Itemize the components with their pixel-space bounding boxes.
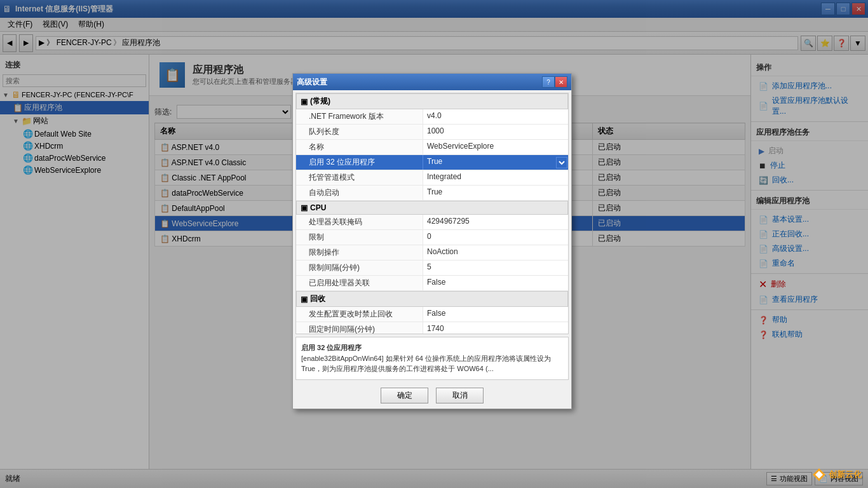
prop-value: False <box>423 276 568 290</box>
modal-title: 高级设置 <box>297 77 542 88</box>
cpu-collapse-icon: ▣ <box>301 203 308 212</box>
prop-dotnet-version[interactable]: .NET Framework 版本 v4.0 <box>296 109 568 125</box>
group-recycle-label: 回收 <box>310 294 325 304</box>
prop-value: WebServiceExplore <box>423 140 568 154</box>
prop-cpu-interval[interactable]: 限制间隔(分钟) 5 <box>296 261 568 276</box>
prop-pipeline[interactable]: 托管管道模式 Integrated <box>296 170 568 186</box>
prop-name: 托管管道模式 <box>296 170 423 185</box>
prop-cpu-action[interactable]: 限制操作 NoAction <box>296 245 568 261</box>
group-general[interactable]: ▣ (常规) <box>296 93 568 109</box>
modal-titlebar: 高级设置 ? ✕ <box>293 74 571 90</box>
desc-text: [enable32BitAppOnWin64] 如果针对 64 位操作系统上的应… <box>301 355 551 373</box>
prop-name: 队列长度 <box>296 125 423 139</box>
prop-name: 处理器关联掩码 <box>296 215 423 229</box>
prop-enable32bit[interactable]: 启用 32 位应用程序 True True False <box>296 155 568 170</box>
prop-name: 限制 <box>296 230 423 245</box>
prop-name-row[interactable]: 名称 WebServiceExplore <box>296 140 568 155</box>
prop-name: 已启用处理器关联 <box>296 276 423 290</box>
collapse-icon: ▣ <box>301 97 308 106</box>
cancel-button[interactable]: 取消 <box>436 388 484 403</box>
prop-value: True <box>423 186 568 200</box>
prop-cpu-limit[interactable]: 限制 0 <box>296 230 568 245</box>
group-cpu-label: CPU <box>310 203 326 212</box>
prop-name: 限制操作 <box>296 245 423 260</box>
modal-description: 启用 32 位应用程序 [enable32BitAppOnWin64] 如果针对… <box>295 337 569 380</box>
prop-autostart[interactable]: 自动启动 True <box>296 186 568 201</box>
prop-name: 限制间隔(分钟) <box>296 261 423 275</box>
group-recycle[interactable]: ▣ 回收 <box>296 291 568 307</box>
modal-body: ▣ (常规) .NET Framework 版本 v4.0 队列长度 1000 … <box>295 93 569 334</box>
prop-name: 发生配置更改时禁止回收 <box>296 307 423 322</box>
prop-no-recycle-on-config[interactable]: 发生配置更改时禁止回收 False <box>296 307 568 322</box>
prop-queue-length[interactable]: 队列长度 1000 <box>296 125 568 140</box>
prop-fixed-interval[interactable]: 固定时间间隔(分钟) 1740 <box>296 322 568 334</box>
advanced-settings-dialog: 高级设置 ? ✕ ▣ (常规) .NET Framework 版本 v4.0 队… <box>292 73 572 409</box>
prop-value: v4.0 <box>423 109 568 124</box>
group-general-label: (常规) <box>310 96 330 107</box>
group-cpu[interactable]: ▣ CPU <box>296 201 568 215</box>
modal-overlay: 高级设置 ? ✕ ▣ (常规) .NET Framework 版本 v4.0 队… <box>0 0 868 488</box>
modal-close-btn[interactable]: ✕ <box>555 76 567 88</box>
prop-name: .NET Framework 版本 <box>296 109 423 124</box>
prop-value: 5 <box>423 261 568 275</box>
prop-value: False <box>423 307 568 322</box>
prop-name: 自动启动 <box>296 186 423 200</box>
ok-button[interactable]: 确定 <box>381 388 428 403</box>
prop-name: 启用 32 位应用程序 <box>296 155 423 170</box>
modal-footer: 确定 取消 <box>293 383 571 409</box>
enable32bit-dropdown[interactable]: True False <box>556 157 567 168</box>
prop-name: 名称 <box>296 140 423 154</box>
desc-title: 启用 32 位应用程序 <box>301 344 362 351</box>
prop-cpu-affinity-enabled[interactable]: 已启用处理器关联 False <box>296 276 568 291</box>
prop-value: NoAction <box>423 245 568 260</box>
prop-cpu-affinity-mask[interactable]: 处理器关联掩码 4294967295 <box>296 215 568 230</box>
prop-value: 1000 <box>423 125 568 139</box>
prop-value: 1740 <box>423 322 568 334</box>
prop-name: 固定时间间隔(分钟) <box>296 322 423 334</box>
prop-value: Integrated <box>423 170 568 185</box>
prop-value: 4294967295 <box>423 215 568 229</box>
recycle-collapse-icon: ▣ <box>301 295 308 304</box>
prop-value: True <box>423 155 555 170</box>
prop-value: 0 <box>423 230 568 245</box>
modal-help-btn[interactable]: ? <box>542 76 555 88</box>
